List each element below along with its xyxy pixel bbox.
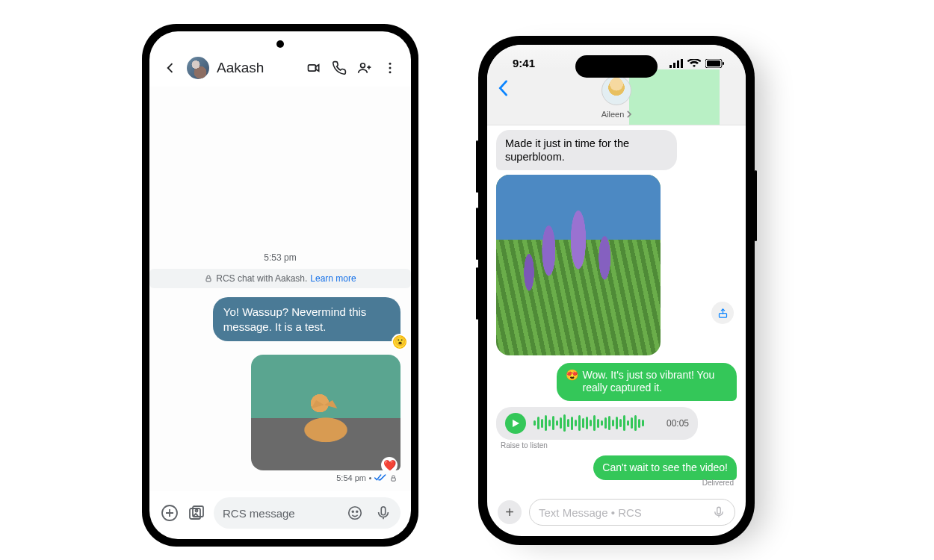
svg-rect-5: [206, 279, 211, 282]
status-time: 9:41: [513, 57, 535, 69]
received-message-bubble[interactable]: Made it just in time for the superbloom.: [496, 130, 677, 170]
battery-icon: [705, 59, 725, 68]
android-screen: Aakash 5:53 pm RCS chat with Aakash. Lea…: [149, 31, 411, 539]
avatar[interactable]: [601, 75, 631, 105]
cellular-icon: [669, 59, 683, 68]
svg-rect-16: [673, 63, 675, 68]
mic-icon[interactable]: [712, 505, 726, 519]
rcs-banner-text: RCS chat with Aakash.: [216, 273, 307, 284]
svg-point-11: [349, 507, 362, 520]
learn-more-link[interactable]: Learn more: [310, 273, 356, 284]
add-button[interactable]: +: [498, 500, 522, 524]
message-input[interactable]: RCS message: [214, 497, 400, 529]
svg-rect-21: [723, 62, 724, 65]
lock-icon: [389, 474, 398, 482]
contact-name[interactable]: Aileen: [601, 110, 632, 119]
rcs-banner: RCS chat with Aakash. Learn more: [149, 269, 411, 288]
svg-point-3: [389, 67, 392, 69]
ios-chat-body[interactable]: Made it just in time for the superbloom.…: [487, 125, 746, 494]
emoji-icon[interactable]: [347, 505, 363, 521]
svg-rect-15: [669, 65, 672, 68]
avatar[interactable]: [187, 57, 209, 79]
sent-image[interactable]: ❤️: [251, 355, 400, 470]
svg-point-2: [389, 63, 392, 65]
sent-meta: 5:54 pm: [336, 473, 398, 482]
svg-point-10: [196, 510, 198, 512]
received-image[interactable]: [496, 175, 661, 355]
video-call-icon[interactable]: [305, 59, 323, 77]
android-phone-frame: Aakash 5:53 pm RCS chat with Aakash. Lea…: [142, 24, 418, 547]
waveform: [534, 414, 659, 432]
sent-message-text: Can't wait to see the video!: [602, 461, 728, 475]
sent-message-bubble[interactable]: Yo! Wassup? Nevermind this message. It i…: [213, 297, 400, 341]
svg-point-4: [389, 71, 392, 73]
reaction-surprised-icon[interactable]: 😮: [392, 334, 408, 350]
received-message-text: Made it just in time for the superbloom.: [505, 137, 629, 163]
camera-hole: [276, 40, 284, 48]
message-input[interactable]: Text Message • RCS: [529, 499, 735, 526]
input-row: RCS message: [149, 491, 411, 539]
timestamp: 5:53 pm: [160, 252, 400, 263]
read-receipt-icon: [374, 473, 386, 482]
back-button[interactable]: [498, 80, 508, 101]
voice-message[interactable]: 00:05: [496, 407, 698, 440]
export-icon[interactable]: [711, 302, 734, 324]
ios-chat-header: Aileen: [487, 69, 746, 125]
heart-eyes-emoji: 😍: [566, 369, 578, 382]
svg-rect-17: [677, 60, 679, 68]
svg-point-13: [356, 511, 358, 512]
ios-input-row: + Text Message • RCS: [487, 494, 746, 536]
lock-icon: [204, 274, 213, 283]
svg-rect-0: [309, 65, 316, 71]
lavender-photo: [496, 175, 661, 355]
message-input-placeholder: Text Message • RCS: [539, 506, 642, 519]
sent-message-text: Wow. It's just so vibrant! You really ca…: [583, 369, 729, 395]
wifi-icon: [687, 59, 701, 68]
play-icon[interactable]: [505, 413, 526, 434]
svg-point-12: [352, 511, 353, 512]
delivered-status: Delivered: [702, 479, 734, 487]
sent-message-text: Yo! Wassup? Nevermind this message. It i…: [223, 305, 366, 333]
more-icon[interactable]: [381, 59, 399, 77]
gallery-icon[interactable]: [187, 503, 206, 523]
contact-name[interactable]: Aakash: [217, 60, 297, 76]
iphone-frame: 9:41 Aileen Made it just in time for the…: [478, 36, 755, 545]
svg-rect-20: [707, 60, 720, 66]
back-icon[interactable]: [161, 59, 179, 77]
chat-body[interactable]: 5:53 pm RCS chat with Aakash. Learn more…: [149, 87, 411, 491]
cat-photo: [251, 355, 400, 470]
svg-rect-23: [717, 507, 721, 514]
sent-message-bubble[interactable]: 😍 Wow. It's just so vibrant! You really …: [557, 363, 737, 401]
dynamic-island: [575, 55, 658, 78]
sent-message-bubble[interactable]: Can't wait to see the video!: [593, 455, 737, 481]
phone-call-icon[interactable]: [330, 59, 348, 77]
iphone-screen: 9:41 Aileen Made it just in time for the…: [487, 45, 746, 536]
svg-point-1: [361, 63, 365, 68]
svg-rect-6: [392, 478, 396, 481]
svg-rect-18: [681, 59, 683, 68]
mic-icon[interactable]: [375, 505, 392, 521]
message-input-placeholder: RCS message: [223, 507, 295, 520]
sent-time: 5:54 pm: [336, 473, 366, 482]
add-attachment-icon[interactable]: [160, 503, 179, 523]
add-person-icon[interactable]: [356, 59, 374, 77]
reaction-heart-icon[interactable]: ❤️: [381, 457, 398, 470]
svg-rect-14: [381, 507, 386, 515]
voice-duration: 00:05: [667, 418, 689, 429]
chevron-right-icon: [626, 111, 631, 118]
raise-hint: Raise to listen: [501, 441, 548, 449]
